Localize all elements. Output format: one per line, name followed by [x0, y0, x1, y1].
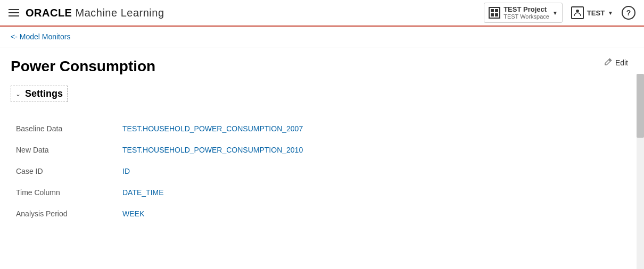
- pencil-icon: [605, 58, 612, 67]
- grid-cell: [491, 13, 494, 16]
- svg-rect-0: [576, 10, 579, 12]
- project-name: TEST Project: [503, 5, 549, 14]
- brand-oracle: ORACLE: [26, 7, 72, 19]
- project-info: TEST Project TEST Workspace: [503, 5, 549, 21]
- settings-section: ⌄ Settings Baseline Data TEST.HOUSEHOLD_…: [11, 86, 633, 224]
- back-link[interactable]: <- Model Monitors: [11, 32, 70, 41]
- help-icon[interactable]: ?: [622, 6, 635, 20]
- scrollbar-thumb[interactable]: [637, 74, 644, 138]
- page-title: Power Consumption: [11, 58, 633, 75]
- user-avatar-icon: [571, 6, 584, 19]
- analysis-period-label: Analysis Period: [16, 209, 122, 218]
- case-id-label: Case ID: [16, 167, 122, 175]
- project-selector[interactable]: TEST Project TEST Workspace ▼: [484, 3, 563, 23]
- time-column-value: DATE_TIME: [122, 188, 164, 197]
- grid-cell: [495, 13, 498, 16]
- baseline-data-label: Baseline Data: [16, 124, 122, 133]
- settings-row: Time Column DATE_TIME: [16, 182, 633, 203]
- brand-ml: Machine Learning: [72, 7, 164, 19]
- case-id-value: ID: [122, 167, 130, 175]
- settings-row: New Data TEST.HOUSEHOLD_POWER_CONSUMPTIO…: [16, 139, 633, 161]
- edit-button[interactable]: Edit: [605, 58, 628, 67]
- header-right: TEST Project TEST Workspace ▼ TEST ▼ ?: [484, 3, 635, 23]
- grid-cell: [495, 9, 498, 12]
- brand-title: ORACLE Machine Learning: [26, 7, 164, 19]
- chevron-down-icon: ⌄: [15, 90, 21, 98]
- settings-row: Analysis Period WEEK: [16, 203, 633, 224]
- project-chevron-icon: ▼: [552, 10, 558, 16]
- user-chevron-icon: ▼: [608, 10, 613, 16]
- baseline-data-value: TEST.HOUSEHOLD_POWER_CONSUMPTION_2007: [122, 124, 303, 133]
- settings-header[interactable]: ⌄ Settings: [11, 86, 68, 102]
- settings-row: Case ID ID: [16, 161, 633, 182]
- main-content: Power Consumption Edit ⌄ Settings Baseli…: [0, 47, 644, 235]
- settings-table: Baseline Data TEST.HOUSEHOLD_POWER_CONSU…: [11, 118, 633, 224]
- new-data-value: TEST.HOUSEHOLD_POWER_CONSUMPTION_2010: [122, 146, 303, 154]
- workspace-name: TEST Workspace: [503, 13, 549, 20]
- new-data-label: New Data: [16, 146, 122, 154]
- menu-icon[interactable]: [9, 9, 19, 16]
- settings-row: Baseline Data TEST.HOUSEHOLD_POWER_CONSU…: [16, 118, 633, 139]
- grid-cell: [491, 9, 494, 12]
- edit-label: Edit: [615, 58, 628, 67]
- header-left: ORACLE Machine Learning: [9, 7, 164, 19]
- time-column-label: Time Column: [16, 188, 122, 197]
- project-icon: [489, 7, 500, 19]
- analysis-period-value: WEEK: [122, 209, 144, 218]
- user-name-label: TEST: [587, 9, 605, 17]
- settings-title: Settings: [25, 88, 63, 99]
- scrollbar-track: [637, 74, 644, 269]
- app-header: ORACLE Machine Learning TEST Project TES…: [0, 0, 644, 27]
- breadcrumb: <- Model Monitors: [0, 27, 644, 47]
- user-section[interactable]: TEST ▼: [567, 4, 617, 21]
